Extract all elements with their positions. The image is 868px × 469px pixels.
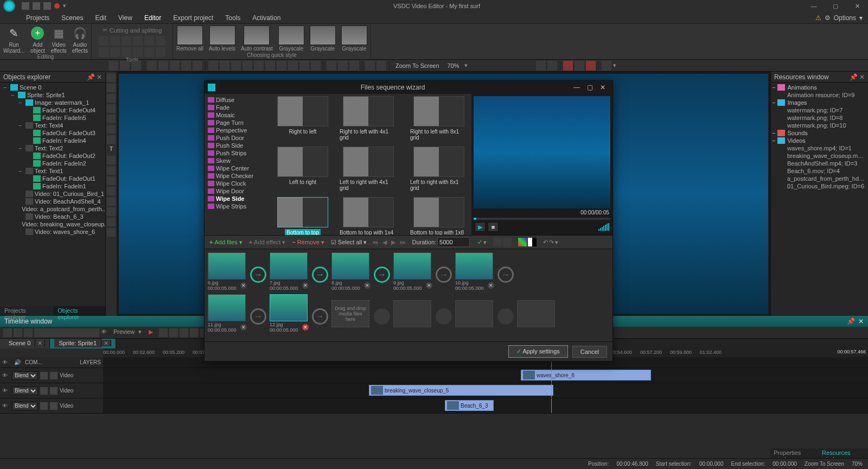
tree-node[interactable]: −Scene 0 (1, 84, 104, 91)
tree-node[interactable]: −Text: Text4 (1, 122, 104, 129)
tl-tool-icon[interactable] (159, 328, 168, 337)
chevron-down-icon[interactable]: ▾ (464, 62, 468, 69)
tool-button[interactable] (122, 47, 131, 57)
eye-icon[interactable]: 👁 (2, 403, 10, 409)
file-item[interactable]: 8.jpg00:00:05.000✕ (331, 252, 371, 291)
tree-node[interactable]: Video: a_postcard_from_perth... (1, 205, 104, 213)
remove-file-icon[interactable]: ✕ (426, 282, 432, 289)
track-lane[interactable]: Beach_6_3 (103, 398, 868, 413)
vtool-icon[interactable] (107, 176, 116, 185)
tl-tool-icon[interactable] (14, 328, 22, 337)
quickstyle-item[interactable]: Grayscale (310, 26, 336, 52)
tool-icon[interactable] (575, 61, 584, 71)
tool-icon[interactable] (277, 61, 286, 71)
qat-dropdown-icon[interactable]: ▾ (63, 2, 71, 10)
transition-arrow-icon[interactable]: → (497, 267, 514, 283)
close-icon[interactable]: ✕ (858, 318, 864, 325)
track-lane[interactable]: breaking_wave_closeup_5 (103, 383, 868, 398)
transition-arrow-icon[interactable]: → (374, 267, 390, 283)
track-icon[interactable] (40, 387, 48, 395)
tab-properties-window[interactable]: Properties window (770, 448, 819, 458)
vtool-icon[interactable] (107, 125, 116, 134)
remove-file-icon[interactable]: ✕ (364, 282, 371, 289)
transition-item[interactable]: Mosaic (206, 111, 274, 119)
file-item[interactable]: 11.jpg00:00:05.000✕ (208, 294, 247, 333)
transition-item[interactable]: Wipe Strips (206, 202, 274, 210)
resource-item[interactable]: Beach_6.mov; ID=4 (772, 167, 867, 175)
nav-last-icon[interactable]: ⏭ (398, 239, 407, 245)
timeline-clip[interactable]: waves_shore_6 (521, 370, 651, 381)
tool-icon[interactable] (265, 61, 275, 71)
tool-icon[interactable] (299, 61, 309, 71)
resource-item[interactable]: watermark.png; ID=10 (772, 122, 867, 129)
tab-scene0[interactable]: Scene 0✕ (0, 339, 50, 348)
resource-category[interactable]: −Images (772, 99, 867, 106)
file-thumb[interactable] (455, 252, 493, 280)
resource-item[interactable]: a_postcard_from_perth_hd_st... (772, 175, 867, 182)
track-icon[interactable] (40, 402, 48, 410)
apply-settings-button[interactable]: ✓ Apply settings (508, 345, 568, 358)
undo-icon[interactable]: ↶ (543, 239, 548, 246)
cancel-button[interactable]: Cancel (572, 346, 607, 358)
tool-icon[interactable] (170, 61, 180, 71)
transition-arrow-icon[interactable]: → (250, 267, 266, 283)
remove-button[interactable]: −Remove ▾ (289, 238, 327, 247)
zoom-mode-dropdown[interactable]: Zoom To Screen (392, 62, 443, 69)
tool-icon[interactable] (349, 61, 359, 71)
add-files-button[interactable]: +Add files ▾ (207, 238, 245, 247)
vtool-icon[interactable] (107, 104, 116, 113)
tree-node[interactable]: FadeIn: FadeIn1 (1, 182, 104, 190)
vtool-icon[interactable] (107, 187, 116, 195)
tool-icon[interactable] (288, 61, 298, 71)
transition-preset[interactable]: Left to right (277, 147, 328, 192)
play-icon[interactable]: ▶ (149, 328, 157, 337)
tree-node[interactable]: −Image: watermark_1 (1, 99, 104, 106)
tl-tool-icon[interactable] (3, 328, 12, 337)
tool-button[interactable] (156, 47, 165, 57)
maximize-button[interactable]: ▢ (825, 0, 846, 12)
text-tool-icon[interactable]: T (107, 145, 116, 154)
tl-tool-icon[interactable] (169, 328, 178, 337)
transition-arrow-icon[interactable]: → (312, 267, 328, 283)
transition-preset[interactable]: Bottom to top with 1x8 grid (409, 197, 469, 235)
transition-arrow-icon[interactable]: → (250, 308, 266, 325)
resource-item[interactable]: Animation resource; ID=9 (772, 91, 867, 99)
play-button[interactable]: ▶ (475, 222, 486, 232)
track-icon[interactable] (50, 402, 58, 410)
tool-icon[interactable] (376, 61, 386, 71)
tool-icon[interactable] (220, 61, 229, 71)
transition-item[interactable]: Perspective (206, 126, 274, 134)
tl-tool-icon[interactable] (190, 328, 199, 337)
tool-button[interactable] (133, 36, 143, 46)
tool-icon[interactable] (563, 61, 573, 71)
chevron-down-icon[interactable]: ▾ (138, 328, 147, 337)
tool-button[interactable] (110, 47, 120, 57)
tree-node[interactable]: Video: breaking_wave_closeup... (1, 220, 104, 228)
tool-button[interactable] (99, 47, 108, 57)
tool-button[interactable] (110, 36, 120, 46)
tree-node[interactable]: FadeOut: FadeOut4 (1, 106, 104, 114)
quickstyle-item[interactable]: Grayscale (341, 26, 367, 52)
transition-preset[interactable]: Right to left with 4x1 grid (338, 96, 399, 141)
file-thumb[interactable] (270, 252, 308, 280)
transition-item[interactable]: Fade (206, 104, 274, 111)
add-effect-button[interactable]: +Add effect ▾ (246, 238, 289, 247)
resource-item[interactable]: 01_Curious_Bird.mpeg; ID=6 (772, 182, 867, 190)
vtool-icon[interactable] (107, 73, 116, 82)
transition-item[interactable]: Page Turn (206, 119, 274, 126)
minimize-button[interactable]: — (803, 0, 825, 12)
files-sequence-strip[interactable]: 6.jpg00:00:05.000✕→7.jpg00:00:05.000✕→8.… (205, 249, 612, 341)
file-item[interactable]: 10.jpg00:00:05.000✕ (455, 252, 494, 291)
menu-view[interactable]: View (118, 14, 132, 22)
tool-button[interactable] (144, 36, 154, 46)
eye-icon[interactable]: 👁 (2, 359, 10, 365)
remove-file-icon[interactable]: ✕ (240, 282, 247, 289)
timeline-clip[interactable]: Beach_6_3 (445, 400, 494, 411)
tool-icon[interactable] (338, 61, 348, 71)
file-thumb[interactable] (393, 252, 431, 280)
file-thumb[interactable] (208, 294, 246, 321)
tree-node[interactable]: FadeOut: FadeOut3 (1, 129, 104, 137)
file-item[interactable]: 12.jpg00:00:05.000✕ (270, 294, 309, 333)
track-icon[interactable] (40, 372, 48, 379)
file-item[interactable]: 7.jpg00:00:05.000✕ (270, 252, 309, 291)
